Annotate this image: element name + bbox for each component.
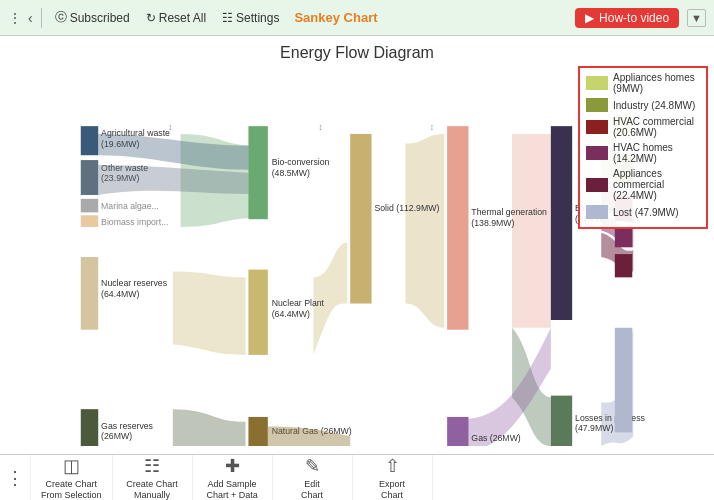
svg-rect-26: [350, 134, 371, 304]
legend-swatch: [586, 178, 608, 192]
svg-text:Thermal generation: Thermal generation: [471, 207, 547, 217]
settings-icon: ☷: [222, 11, 233, 25]
legend-swatch: [586, 205, 608, 219]
subscribed-label: Subscribed: [70, 11, 130, 25]
legend-swatch: [586, 76, 608, 90]
chart-area: Energy Flow Diagram: [0, 36, 714, 454]
legend-swatch: [586, 98, 608, 112]
svg-text:(64.4MW): (64.4MW): [272, 309, 310, 319]
separator: [41, 8, 42, 28]
svg-rect-34: [551, 126, 572, 320]
toolbar-header: ⋮ ‹ ⓒ Subscribed ↻ Reset All ☷ Settings …: [0, 0, 714, 36]
dropdown-arrow[interactable]: ▼: [687, 9, 706, 27]
create-selection-icon: ◫: [63, 455, 80, 477]
svg-text:Gas (26MW): Gas (26MW): [471, 433, 521, 443]
export-chart-button[interactable]: ⇧ ExportChart: [353, 455, 433, 500]
svg-rect-29: [447, 126, 468, 330]
reset-icon: ↻: [146, 11, 156, 25]
svg-text:Solid (112.9MW): Solid (112.9MW): [374, 203, 439, 213]
add-sample-label: Add SampleChart + Data: [206, 479, 257, 500]
create-manually-icon: ☷: [144, 455, 160, 477]
subscribed-icon: ⓒ: [55, 9, 67, 26]
svg-text:(138.9MW): (138.9MW): [471, 218, 514, 228]
svg-text:(64.4MW): (64.4MW): [101, 289, 139, 299]
how-to-button[interactable]: ▶ How-to video: [575, 8, 679, 28]
legend-label: Industry (24.8MW): [613, 100, 695, 111]
legend-item: Industry (24.8MW): [586, 98, 700, 112]
legend-item: Lost (47.9MW): [586, 205, 700, 219]
svg-rect-44: [615, 254, 632, 277]
svg-rect-0: [81, 126, 98, 155]
svg-rect-4: [81, 160, 98, 195]
legend-label: Appliances homes (9MW): [613, 72, 700, 94]
youtube-icon: ▶: [585, 11, 594, 25]
svg-text:Bio-conversion: Bio-conversion: [272, 157, 330, 167]
settings-label: Settings: [236, 11, 279, 25]
svg-text:↕: ↕: [318, 122, 322, 132]
svg-text:↕: ↕: [168, 122, 172, 132]
main-content: Energy Flow Diagram: [0, 36, 714, 454]
edit-chart-button[interactable]: ✎ EditChart: [273, 455, 353, 500]
how-to-label: How-to video: [599, 11, 669, 25]
legend-swatch: [586, 146, 608, 160]
svg-rect-9: [81, 215, 98, 227]
settings-button[interactable]: ☷ Settings: [217, 9, 284, 27]
legend-label: HVAC commercial (20.6MW): [613, 116, 700, 138]
svg-rect-7: [81, 199, 98, 213]
footer-dots: ⋮: [0, 455, 31, 500]
svg-rect-21: [248, 270, 267, 355]
edit-icon: ✎: [305, 455, 320, 477]
export-icon: ⇧: [385, 455, 400, 477]
edit-chart-label: EditChart: [301, 479, 323, 500]
svg-rect-14: [81, 409, 98, 446]
svg-text:Nuclear Plant: Nuclear Plant: [272, 298, 325, 308]
legend-item: HVAC homes (14.2MW): [586, 142, 700, 164]
legend-label: HVAC homes (14.2MW): [613, 142, 700, 164]
legend-box: Appliances homes (9MW)Industry (24.8MW)H…: [578, 66, 708, 229]
svg-text:Nuclear reserves: Nuclear reserves: [101, 278, 168, 288]
svg-text:(26MW): (26MW): [101, 431, 132, 441]
create-from-selection-label: Create ChartFrom Selection: [41, 479, 102, 500]
svg-text:↕: ↕: [430, 122, 434, 132]
chart-title: Energy Flow Diagram: [4, 44, 710, 62]
svg-text:(47.9MW): (47.9MW): [575, 423, 613, 433]
footer-toolbar: ⋮ ◫ Create ChartFrom Selection ☷ Create …: [0, 454, 714, 500]
legend-label: Appliances commercial (22.4MW): [613, 168, 700, 201]
svg-text:Biomass import...: Biomass import...: [101, 217, 168, 227]
svg-rect-17: [248, 126, 267, 219]
svg-rect-32: [447, 417, 468, 446]
svg-rect-45: [615, 328, 632, 433]
create-manually-button[interactable]: ☷ Create ChartManually: [113, 455, 193, 500]
back-icon[interactable]: ‹: [28, 10, 33, 26]
svg-text:(48.5MW): (48.5MW): [272, 168, 310, 178]
legend-item: HVAC commercial (20.6MW): [586, 116, 700, 138]
create-from-selection-button[interactable]: ◫ Create ChartFrom Selection: [31, 455, 113, 500]
legend-swatch: [586, 120, 608, 134]
svg-text:Marina algae...: Marina algae...: [101, 201, 159, 211]
menu-icon[interactable]: ⋮: [8, 10, 22, 26]
svg-rect-37: [551, 396, 572, 446]
svg-text:Gas reserves: Gas reserves: [101, 421, 153, 431]
subscribed-button[interactable]: ⓒ Subscribed: [50, 7, 135, 28]
reset-button[interactable]: ↻ Reset All: [141, 9, 211, 27]
export-chart-label: ExportChart: [379, 479, 405, 500]
chart-type-title: Sankey Chart: [294, 10, 377, 25]
create-manually-label: Create ChartManually: [126, 479, 178, 500]
svg-text:Losses in process: Losses in process: [575, 413, 645, 423]
legend-label: Lost (47.9MW): [613, 207, 679, 218]
add-sample-button[interactable]: ✚ Add SampleChart + Data: [193, 455, 273, 500]
legend-item: Appliances homes (9MW): [586, 72, 700, 94]
svg-rect-11: [81, 257, 98, 330]
reset-label: Reset All: [159, 11, 206, 25]
svg-rect-43: [615, 228, 632, 247]
dots-icon: ⋮: [6, 467, 24, 489]
legend-item: Appliances commercial (22.4MW): [586, 168, 700, 201]
svg-rect-24: [248, 417, 267, 446]
add-sample-icon: ✚: [225, 455, 240, 477]
